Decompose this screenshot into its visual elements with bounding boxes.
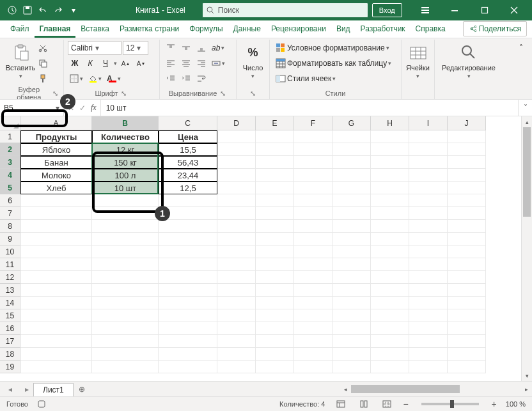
minimize-button[interactable] xyxy=(442,0,467,20)
cell[interactable] xyxy=(448,348,486,361)
cell[interactable]: Банан xyxy=(20,156,92,169)
login-button[interactable]: Вход xyxy=(372,3,402,17)
align-center-button[interactable] xyxy=(179,56,193,70)
cell[interactable] xyxy=(294,361,332,373)
cell[interactable] xyxy=(409,335,448,348)
column-header-F[interactable]: F xyxy=(294,116,332,130)
cell[interactable] xyxy=(217,130,256,143)
bold-button[interactable]: Ж xyxy=(68,56,82,70)
align-left-button[interactable] xyxy=(164,56,178,70)
cut-button[interactable] xyxy=(36,41,50,55)
cell[interactable] xyxy=(371,245,409,258)
cell[interactable] xyxy=(294,335,332,348)
cell[interactable] xyxy=(332,143,371,156)
share-button[interactable]: Поделиться xyxy=(463,21,527,36)
paste-button[interactable]: Вставить ▾ xyxy=(8,41,33,88)
tab-home[interactable]: Главная xyxy=(35,20,76,38)
cell[interactable] xyxy=(20,322,92,335)
cell[interactable] xyxy=(448,258,486,271)
cell[interactable] xyxy=(294,322,332,335)
vertical-scrollbar[interactable]: ▴ ▾ xyxy=(521,116,532,381)
expand-formula-icon[interactable]: ˅ xyxy=(518,100,532,116)
qat-more-icon[interactable]: ▾ xyxy=(66,3,81,17)
cell[interactable] xyxy=(256,271,294,284)
tab-page-layout[interactable]: Разметка страни xyxy=(114,20,184,38)
row-header-6[interactable]: 6 xyxy=(0,194,20,207)
clipboard-launcher-icon[interactable]: ⤡ xyxy=(52,89,59,98)
row-header-4[interactable]: 4 xyxy=(0,169,20,182)
cell[interactable] xyxy=(256,297,294,309)
cell[interactable] xyxy=(332,130,371,143)
cell[interactable] xyxy=(294,309,332,322)
cell[interactable]: 150 кг xyxy=(92,156,159,169)
cell[interactable] xyxy=(371,233,409,245)
cell[interactable] xyxy=(409,284,448,297)
cell[interactable] xyxy=(448,143,486,156)
cell[interactable] xyxy=(256,169,294,182)
cell[interactable] xyxy=(409,220,448,233)
cell[interactable] xyxy=(332,271,371,284)
cell[interactable] xyxy=(159,284,217,297)
column-header-D[interactable]: D xyxy=(217,116,256,130)
cell[interactable] xyxy=(409,297,448,309)
cell[interactable] xyxy=(217,271,256,284)
cell[interactable] xyxy=(294,220,332,233)
underline-button[interactable]: Ч xyxy=(98,56,113,70)
cell[interactable] xyxy=(448,309,486,322)
cell[interactable] xyxy=(256,156,294,169)
row-header-19[interactable]: 19 xyxy=(0,361,20,373)
cell[interactable] xyxy=(371,271,409,284)
vscroll-thumb[interactable] xyxy=(523,127,531,217)
cell[interactable] xyxy=(159,233,217,245)
cell[interactable]: Цена xyxy=(159,130,217,143)
row-header-1[interactable]: 1 xyxy=(0,130,20,143)
cell[interactable] xyxy=(217,194,256,207)
row-header-14[interactable]: 14 xyxy=(0,297,20,309)
cell[interactable] xyxy=(294,156,332,169)
cell[interactable] xyxy=(217,233,256,245)
cell[interactable] xyxy=(371,194,409,207)
cell[interactable] xyxy=(217,207,256,220)
outdent-button[interactable] xyxy=(164,72,178,86)
cell[interactable] xyxy=(20,220,92,233)
row-header-7[interactable]: 7 xyxy=(0,207,20,220)
cell[interactable] xyxy=(371,182,409,194)
cell[interactable] xyxy=(256,284,294,297)
tab-formulas[interactable]: Формулы xyxy=(184,20,228,38)
cell[interactable] xyxy=(217,348,256,361)
name-box[interactable]: B5 ▾ xyxy=(0,100,64,116)
cell[interactable] xyxy=(448,220,486,233)
row-header-5[interactable]: 5 xyxy=(0,182,20,194)
cell[interactable] xyxy=(448,284,486,297)
cell[interactable] xyxy=(371,169,409,182)
formula-input[interactable]: 10 шт xyxy=(101,100,518,116)
column-header-B[interactable]: B xyxy=(92,116,159,130)
cell[interactable] xyxy=(409,156,448,169)
cell[interactable] xyxy=(92,284,159,297)
maximize-button[interactable] xyxy=(471,0,497,20)
cell[interactable] xyxy=(92,258,159,271)
cell[interactable] xyxy=(217,322,256,335)
borders-button[interactable]: ▾ xyxy=(68,72,85,86)
number-format-button[interactable]: % Число ▾ xyxy=(240,41,265,88)
cell[interactable] xyxy=(371,348,409,361)
cell-styles-button[interactable]: Стили ячеек▾ xyxy=(274,72,397,86)
cells-button[interactable]: Ячейки ▾ xyxy=(405,41,430,88)
cell[interactable] xyxy=(92,361,159,373)
format-painter-button[interactable] xyxy=(36,72,50,86)
cell[interactable] xyxy=(332,245,371,258)
row-header-2[interactable]: 2 xyxy=(0,143,20,156)
cell[interactable] xyxy=(159,309,217,322)
cell[interactable] xyxy=(371,297,409,309)
cell[interactable]: Молоко xyxy=(20,169,92,182)
cell[interactable] xyxy=(159,322,217,335)
cell[interactable] xyxy=(294,169,332,182)
cell[interactable] xyxy=(294,271,332,284)
cell[interactable] xyxy=(448,169,486,182)
column-header-E[interactable]: E xyxy=(256,116,294,130)
cell[interactable] xyxy=(332,194,371,207)
cell[interactable] xyxy=(92,207,159,220)
tab-view[interactable]: Вид xyxy=(331,20,356,38)
cell[interactable] xyxy=(294,207,332,220)
cell[interactable] xyxy=(448,130,486,143)
